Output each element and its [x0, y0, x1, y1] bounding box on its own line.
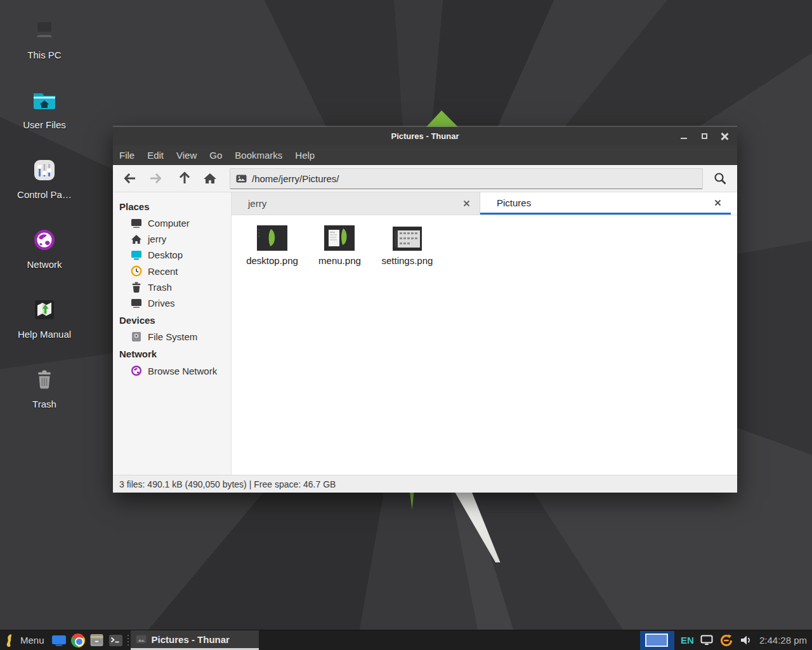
titlebar[interactable]: Pictures - Thunar: [113, 127, 737, 145]
trash-can-icon: [6, 364, 82, 395]
sidebar-item-desktop[interactable]: Desktop: [113, 247, 231, 263]
launcher-file-archive[interactable]: [88, 630, 107, 650]
task-thunar-icon: [136, 635, 147, 644]
recent-clock-icon: [131, 265, 142, 277]
sidebar-header-devices: Devices: [113, 311, 231, 329]
close-icon: [721, 133, 728, 140]
window-title: Pictures - Thunar: [113, 131, 737, 141]
update-notifier-button[interactable]: [719, 633, 733, 647]
status-bar: 3 files: 490.1 kB (490,050 bytes) | Free…: [113, 475, 737, 493]
sidebar-item-recent[interactable]: Recent: [113, 263, 231, 279]
minimize-button[interactable]: [676, 129, 691, 144]
sidebar-item-label: jerry: [148, 234, 166, 244]
image-thumbnail: [240, 224, 304, 251]
image-thumbnail: [308, 224, 371, 251]
sidebar-item-file-system[interactable]: File System: [113, 329, 231, 345]
launcher-show-desktop[interactable]: [49, 630, 69, 650]
file-item-desktop-png[interactable]: desktop.png: [240, 224, 304, 266]
launcher-terminal[interactable]: [107, 630, 126, 650]
sidebar-item-label: Trash: [148, 282, 172, 293]
desktop-icon-label: Help Manual: [6, 329, 82, 340]
desktop-icon: [131, 250, 142, 260]
file-cabinet-icon: [89, 633, 104, 647]
sidebar-item-label: Drives: [148, 298, 175, 308]
taskbar: Menu: [0, 630, 812, 650]
search-button[interactable]: [709, 168, 731, 189]
volume-tray-button[interactable]: [740, 635, 752, 646]
desktop-icon-network[interactable]: Network: [6, 225, 82, 270]
sidebar: Places Computer jerry: [113, 192, 232, 475]
tab-label: jerry: [232, 198, 457, 209]
sidebar-item-browse-network[interactable]: Browse Network: [113, 362, 231, 379]
up-button[interactable]: [174, 168, 195, 189]
desktop-icon-help-manual[interactable]: Help Manual: [6, 295, 82, 340]
desktop-icon-trash[interactable]: Trash: [6, 364, 82, 409]
clock: 2:44:28 pm: [758, 635, 807, 646]
menu-help[interactable]: Help: [295, 150, 315, 161]
wallpaper-white-ray: [454, 493, 501, 562]
menu-file[interactable]: File: [119, 150, 134, 161]
home-button[interactable]: [199, 168, 221, 189]
workspace-switcher[interactable]: [640, 631, 674, 650]
forward-button[interactable]: [145, 168, 166, 189]
keyboard-layout-indicator[interactable]: EN: [681, 635, 694, 646]
file-item-settings-png[interactable]: settings.png: [376, 224, 439, 266]
sidebar-item-jerry[interactable]: jerry: [113, 231, 231, 247]
tab-pictures[interactable]: Pictures: [480, 192, 731, 215]
search-icon: [713, 171, 727, 185]
start-menu-label: Menu: [20, 635, 44, 646]
start-menu-button[interactable]: Menu: [0, 630, 49, 650]
launcher-chrome[interactable]: [69, 630, 88, 650]
desktop-icon-user-files[interactable]: User Files: [6, 85, 82, 130]
tab-label: Pictures: [480, 197, 708, 208]
tab-bar: jerry Pictures: [232, 192, 737, 215]
help-manual-icon: [6, 295, 82, 325]
taskbar-task-thunar[interactable]: Pictures - Thunar: [131, 630, 259, 650]
path-field[interactable]: /home/jerry/Pictures/: [230, 168, 703, 189]
desktop-icon-label: User Files: [6, 119, 82, 130]
menubar: File Edit View Go Bookmarks Help: [113, 145, 737, 165]
minimize-icon: [681, 138, 687, 139]
forward-arrow-icon: [148, 172, 162, 185]
tab-close-button[interactable]: [457, 194, 476, 213]
task-label: Pictures - Thunar: [152, 634, 230, 645]
drives-icon: [131, 298, 142, 308]
menu-view[interactable]: View: [176, 150, 197, 161]
desktop-icon-label: Control Pa…: [6, 189, 82, 200]
files-area[interactable]: desktop.png: [232, 215, 737, 475]
tab-close-button[interactable]: [708, 193, 727, 212]
sidebar-item-computer[interactable]: Computer: [113, 215, 231, 231]
desktop-icon-label: Network: [6, 259, 82, 270]
sidebar-item-label: File System: [148, 331, 197, 342]
sidebar-item-label: Browse Network: [148, 366, 217, 376]
desktop-icon-control-panel[interactable]: Control Pa…: [6, 155, 82, 200]
sidebar-item-label: Computer: [148, 218, 190, 229]
desktop-wallpaper: This PC User Files: [0, 0, 812, 650]
network-globe-icon: [6, 225, 82, 255]
back-button[interactable]: [119, 168, 141, 189]
home-icon: [131, 234, 142, 244]
maximize-button[interactable]: [697, 129, 712, 144]
home-icon: [203, 172, 217, 185]
sidebar-item-trash[interactable]: Trash: [113, 279, 231, 295]
desktop-icon-this-pc[interactable]: This PC: [6, 15, 82, 60]
menu-bookmarks[interactable]: Bookmarks: [235, 150, 282, 161]
thunar-window: Pictures - Thunar File Edit View Go Book…: [113, 127, 737, 493]
sidebar-item-drives[interactable]: Drives: [113, 295, 231, 311]
tab-jerry[interactable]: jerry: [232, 192, 480, 215]
laptop-icon: [6, 15, 82, 46]
close-icon: [463, 200, 470, 207]
chrome-icon: [71, 633, 85, 647]
close-button[interactable]: [717, 129, 732, 144]
toolbar: /home/jerry/Pictures/: [113, 165, 737, 192]
sidebar-header-network: Network: [113, 345, 231, 362]
display-tray-button[interactable]: [700, 635, 713, 646]
menu-go[interactable]: Go: [209, 150, 222, 161]
file-name: settings.png: [376, 255, 439, 266]
menu-edit[interactable]: Edit: [147, 150, 164, 161]
desktop-icon-label: This PC: [6, 50, 82, 60]
wallpaper-green-sliver: [409, 493, 416, 509]
file-item-menu-png[interactable]: menu.png: [308, 224, 371, 266]
close-icon: [714, 199, 721, 206]
show-desktop-icon: [51, 635, 67, 646]
